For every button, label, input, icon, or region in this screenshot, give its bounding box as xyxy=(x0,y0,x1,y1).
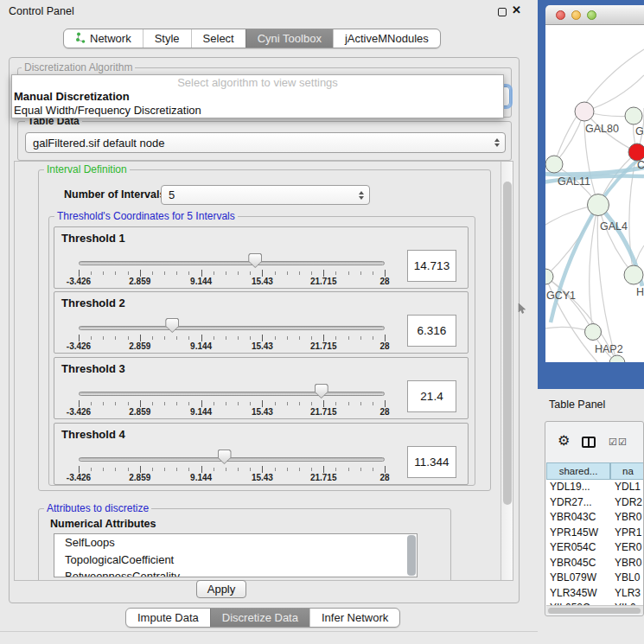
network-canvas[interactable]: GAL80GACGAL11GAL4HGCY1HAP2 xyxy=(545,25,644,362)
number-of-intervals-value: 5 xyxy=(169,188,175,201)
network-node[interactable] xyxy=(609,355,625,362)
slider-track[interactable] xyxy=(79,457,385,462)
slider-scale-label: 9.144 xyxy=(190,473,212,482)
threshold-label: Threshold 1 xyxy=(61,232,125,245)
slider-scale-label: -3.426 xyxy=(67,277,91,286)
network-window-titlebar[interactable] xyxy=(545,5,644,25)
table-header-name[interactable]: na xyxy=(610,462,644,480)
tab-label: Style xyxy=(155,32,180,45)
tab-select[interactable]: Select xyxy=(191,29,245,48)
control-panel-title: Control Panel xyxy=(9,5,74,17)
threshold-panel-4: Threshold 4-3.4262.8599.14415.4321.71528… xyxy=(54,423,469,485)
screen: Control Panel ✕ NetworkStyleSelectCyni T… xyxy=(0,0,644,644)
table-row[interactable]: YLR345WYLR3 xyxy=(546,586,644,602)
combo-arrows-icon xyxy=(494,138,500,147)
float-window-icon[interactable] xyxy=(498,8,507,16)
network-node-c[interactable] xyxy=(628,143,644,161)
threshold-value-field[interactable]: 11.344 xyxy=(407,446,456,478)
tab-cyni-toolbox[interactable]: Cyni Toolbox xyxy=(245,29,333,48)
table-hscrollbar-track[interactable] xyxy=(546,605,644,614)
threshold-value-field[interactable]: 6.316 xyxy=(407,315,456,347)
cell-name: YBR0 xyxy=(615,557,644,569)
table-row[interactable]: YBL079WYBL0 xyxy=(546,571,644,586)
threshold-value-field[interactable]: 21.4 xyxy=(407,380,456,412)
attribute-item-selfloops[interactable]: SelfLoops xyxy=(54,534,417,552)
table-row[interactable]: YDL19...YDL1 xyxy=(546,480,644,495)
tab-discretize-data[interactable]: Discretize Data xyxy=(210,609,309,627)
slider-scale-label: 15.43 xyxy=(252,277,273,286)
select-none-checkbox-icon[interactable]: ☑ xyxy=(618,437,627,447)
slider-track[interactable] xyxy=(79,326,385,330)
minimize-traffic-light-icon[interactable] xyxy=(571,10,581,20)
apply-button[interactable]: Apply xyxy=(196,580,246,598)
slider-thumb[interactable] xyxy=(218,450,232,464)
threshold-panel-2: Threshold 2-3.4262.8599.14415.4321.71528… xyxy=(54,291,469,354)
algorithm-option-manual-discretization[interactable]: Manual Discretization xyxy=(12,90,503,104)
zoom-traffic-light-icon[interactable] xyxy=(587,10,596,20)
algorithm-placeholder-option[interactable]: Select algorithm to view settings xyxy=(12,75,503,90)
cell-shared-name: YBR043C xyxy=(550,511,610,523)
tab-impute-data[interactable]: Impute Data xyxy=(126,609,210,627)
slider-thumb[interactable] xyxy=(315,384,328,399)
control-panel-titlebar: Control Panel ✕ xyxy=(0,0,538,22)
slider-thumb[interactable] xyxy=(165,318,179,333)
attribute-item-betweennesscentrality[interactable]: BetweennessCentrality xyxy=(54,568,417,577)
settings-scrollbar-track[interactable] xyxy=(501,162,513,580)
attributes-list-scrollbar[interactable] xyxy=(407,535,416,576)
algorithm-option-equal-width-frequency-discretization[interactable]: Equal Width/Frequency Discretization xyxy=(12,104,503,118)
table-header-shared-name[interactable]: shared... xyxy=(546,462,610,480)
cell-shared-name: YLR345W xyxy=(550,587,610,599)
network-node-gal4[interactable] xyxy=(588,194,609,216)
table-row[interactable]: YBR045CYBR0 xyxy=(546,556,644,571)
network-node-ga[interactable] xyxy=(625,107,642,124)
table-hscrollbar-thumb[interactable] xyxy=(548,608,641,614)
network-node-gal80[interactable] xyxy=(575,102,594,121)
combo-arrows-icon xyxy=(359,191,364,200)
table-header-row: shared...na xyxy=(546,462,644,480)
slider-scale-label: 2.859 xyxy=(129,407,150,417)
select-all-checkbox-icon[interactable]: ☑ xyxy=(609,437,617,447)
slider-scale-label: 21.715 xyxy=(310,277,337,286)
table-data-combobox[interactable]: galFiltered.sif default node xyxy=(25,132,506,153)
table-row[interactable]: YPR145WYPR1 xyxy=(546,526,644,541)
tab-style[interactable]: Style xyxy=(143,29,191,48)
slider-track[interactable] xyxy=(79,392,385,396)
algorithm-dropdown-popup: Select algorithm to view settings Manual… xyxy=(11,74,504,118)
slider-scale-label: 9.144 xyxy=(190,407,212,417)
threshold-panel-1: Threshold 1-3.4262.8599.14415.4321.71528… xyxy=(54,226,469,289)
numerical-attributes-list[interactable]: SelfLoopsTopologicalCoefficientBetweenne… xyxy=(54,533,418,577)
slider-thumb[interactable] xyxy=(248,253,262,268)
table-row[interactable]: YER054CYER0 xyxy=(546,540,644,556)
number-of-intervals-combobox[interactable]: 5 xyxy=(161,185,370,205)
control-panel-bottom-edge xyxy=(0,631,538,632)
cell-name: YDL1 xyxy=(615,481,644,493)
network-node-hap2[interactable] xyxy=(585,324,602,341)
network-node-label: GAL4 xyxy=(600,220,628,233)
columns-icon[interactable] xyxy=(582,437,596,448)
table-row[interactable]: YBR043CYBR0 xyxy=(546,510,644,526)
interval-definition-title: Interval Definition xyxy=(44,163,130,175)
slider-track[interactable] xyxy=(79,261,385,265)
network-node-label: HAP2 xyxy=(595,343,623,355)
cell-shared-name: YDL19... xyxy=(550,481,610,493)
network-edge xyxy=(598,205,634,275)
tab-network[interactable]: Network xyxy=(64,29,143,48)
network-node-label: C xyxy=(637,159,644,171)
network-node-h[interactable] xyxy=(624,265,643,284)
gear-icon[interactable]: ⚙ xyxy=(558,434,570,448)
close-icon[interactable]: ✕ xyxy=(512,3,521,16)
slider-scale-label: 2.859 xyxy=(129,277,150,286)
network-node-gal11[interactable] xyxy=(545,156,563,173)
tab-jactivemnodules[interactable]: jActiveMNodules xyxy=(333,29,440,48)
network-icon xyxy=(75,32,86,46)
slider-ticks xyxy=(79,400,385,408)
attribute-item-topologicalcoefficient[interactable]: TopologicalCoefficient xyxy=(54,552,417,569)
network-graph: GAL80GACGAL11GAL4HGCY1HAP2 xyxy=(545,25,644,362)
table-data-group: Table Data galFiltered.sif default node xyxy=(17,121,512,161)
settings-scrollbar-thumb[interactable] xyxy=(503,182,512,505)
table-row[interactable]: YDR27...YDR2 xyxy=(546,495,644,511)
tab-infer-network[interactable]: Infer Network xyxy=(309,609,399,627)
threshold-value-field[interactable]: 14.713 xyxy=(407,250,456,282)
close-traffic-light-icon[interactable] xyxy=(556,10,565,20)
threshold-label: Threshold 2 xyxy=(61,296,125,309)
